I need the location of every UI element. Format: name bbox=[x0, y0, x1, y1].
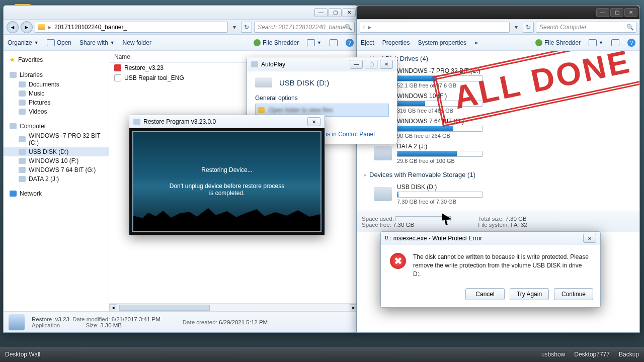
forward-button[interactable]: ► bbox=[21, 21, 33, 33]
sidebar: ★Favorites Libraries Documents Music Pic… bbox=[4, 51, 109, 311]
status-bar: Restore_v3.23 Date modified: 6/21/2017 3… bbox=[4, 311, 358, 332]
eject-button[interactable]: Eject bbox=[361, 39, 374, 46]
computer-icon bbox=[10, 123, 17, 129]
share-button[interactable]: Share with ▼ bbox=[79, 39, 115, 46]
sidebar-item-documents[interactable]: Documents bbox=[4, 80, 109, 89]
restore-titlebar[interactable]: Restore Program v3.23.0.0 ✕ bbox=[129, 115, 325, 128]
address-dropdown[interactable]: ▾ bbox=[512, 24, 521, 31]
autoplay-icon bbox=[251, 61, 258, 67]
search-input[interactable]: Search 20171128102240_banner_ 🔍 bbox=[254, 22, 355, 33]
system-properties-button[interactable]: System properties bbox=[418, 39, 466, 46]
write-protect-error-dialog: !/ : msiexec.exe - Write Protect Error ✕… bbox=[380, 231, 601, 308]
pdf-icon bbox=[114, 64, 121, 71]
scroll-thumb[interactable] bbox=[119, 305, 210, 311]
file-shredder-button[interactable]: File Shredder bbox=[535, 39, 581, 46]
address-bar: r▸ ▾ ↻ Search Computer 🔍 bbox=[357, 20, 639, 35]
taskbar-item[interactable]: Backup bbox=[619, 351, 639, 358]
try-again-button[interactable]: Try Again bbox=[510, 288, 549, 300]
app-icon bbox=[9, 314, 25, 330]
titlebar[interactable]: — ▢ ✕ bbox=[357, 6, 639, 20]
toolbar: Eject Properties System properties » Fil… bbox=[357, 35, 639, 51]
minimize-button[interactable]: — bbox=[596, 8, 609, 17]
sidebar-drive-f[interactable]: WINDOWS 10 (F:) bbox=[4, 156, 109, 165]
sidebar-item-music[interactable]: Music bbox=[4, 89, 109, 98]
open-button[interactable]: Open bbox=[47, 39, 71, 46]
back-button[interactable]: ◄ bbox=[7, 21, 19, 33]
close-button[interactable]: ✕ bbox=[624, 8, 637, 17]
drive-item[interactable]: WINDOWS 10 (F:) 316 GB free of 468 GB bbox=[364, 90, 632, 116]
restore-program-window: Restore Program v3.23.0.0 ✕ Restoring De… bbox=[129, 115, 325, 235]
sidebar-drive-g[interactable]: WINDOWS 7 64 BIT (G:) bbox=[4, 165, 109, 174]
preview-pane-button[interactable] bbox=[611, 39, 619, 46]
usage-bar bbox=[397, 126, 482, 132]
search-icon: 🔍 bbox=[626, 24, 634, 31]
continue-button[interactable]: Continue bbox=[554, 288, 593, 300]
more-button[interactable]: » bbox=[474, 39, 478, 46]
autoplay-titlebar[interactable]: AutoPlay — ▢ ✕ bbox=[247, 57, 397, 71]
drive-item[interactable]: WINDOWS 7 64 BIT (G:) 90 GB free of 264 … bbox=[364, 116, 632, 141]
taskbar-item[interactable]: Desktop7777 bbox=[574, 351, 610, 358]
refresh-button[interactable]: ↻ bbox=[523, 22, 534, 33]
close-button[interactable]: ✕ bbox=[380, 60, 393, 69]
drive-item[interactable]: WINDOWS -7 PRO 32 BIT (C:) 52.1 GB free … bbox=[364, 65, 632, 90]
usb-label: USB DISK (D:) bbox=[279, 78, 329, 87]
close-button[interactable]: ✕ bbox=[583, 234, 596, 243]
sidebar-drive-d[interactable]: USB DISK (D:) bbox=[4, 147, 109, 156]
status-bar: Space used: Space free: 7.30 GB Total si… bbox=[357, 211, 639, 232]
restore-status: Restoring Device... bbox=[201, 166, 252, 173]
view-button[interactable]: ▼ bbox=[589, 39, 603, 46]
usage-bar bbox=[397, 151, 482, 157]
drive-item[interactable]: USB DISK (D:) 7.30 GB free of 7.30 GB bbox=[364, 182, 632, 207]
cancel-button[interactable]: Cancel bbox=[465, 288, 505, 300]
address-field[interactable]: ▸ 20171128102240_banner_ bbox=[35, 22, 228, 33]
search-input[interactable]: Search Computer 🔍 bbox=[536, 22, 636, 33]
favorites-header[interactable]: ★Favorites bbox=[4, 55, 109, 65]
hard-drives-header[interactable]: ▹Hard Disk Drives (4) bbox=[364, 55, 632, 62]
libraries-header[interactable]: Libraries bbox=[4, 70, 109, 80]
sidebar-drive-c[interactable]: WINDOWS -7 PRO 32 BIT (C:) bbox=[4, 131, 109, 147]
preview-pane-button[interactable] bbox=[330, 39, 338, 46]
error-icon: ✖ bbox=[390, 253, 406, 269]
organize-button[interactable]: Organize ▼ bbox=[8, 39, 39, 46]
drive-item[interactable]: DATA 2 (J:) 29.6 GB free of 100 GB bbox=[364, 141, 632, 166]
computer-header[interactable]: Computer bbox=[4, 121, 109, 131]
restore-screen: Restoring Device... Don't unplug device … bbox=[132, 131, 321, 232]
view-button[interactable]: ▼ bbox=[307, 39, 321, 46]
sidebar-item-pictures[interactable]: Pictures bbox=[4, 98, 109, 107]
path-text: 20171128102240_banner_ bbox=[54, 24, 127, 31]
close-button[interactable]: ✕ bbox=[307, 117, 320, 126]
properties-button[interactable]: Properties bbox=[382, 39, 410, 46]
open-icon bbox=[47, 39, 55, 46]
new-folder-button[interactable]: New folder bbox=[123, 39, 151, 46]
network-header[interactable]: Network bbox=[4, 189, 109, 199]
sidebar-drive-j[interactable]: DATA 2 (J:) bbox=[4, 174, 109, 184]
maximize-button[interactable]: ▢ bbox=[329, 8, 342, 17]
general-options-label: General options bbox=[255, 95, 389, 102]
horizontal-scrollbar[interactable]: ◄ ► bbox=[109, 303, 358, 311]
network-icon bbox=[10, 191, 17, 197]
scroll-left-button[interactable]: ◄ bbox=[109, 304, 117, 311]
usage-bar bbox=[397, 101, 482, 107]
close-button[interactable]: ✕ bbox=[343, 8, 356, 17]
shredder-icon bbox=[535, 39, 542, 46]
address-field[interactable]: r▸ bbox=[360, 22, 510, 33]
address-dropdown[interactable]: ▾ bbox=[230, 24, 239, 31]
taskbar[interactable]: Desktop Wall usbshow Desktop7777 Backup bbox=[0, 347, 644, 362]
help-icon[interactable]: ? bbox=[346, 39, 354, 47]
refresh-button[interactable]: ↻ bbox=[241, 22, 252, 33]
search-icon: 🔍 bbox=[345, 24, 352, 31]
usage-bar bbox=[397, 75, 482, 81]
sidebar-item-videos[interactable]: Videos bbox=[4, 107, 109, 116]
error-titlebar[interactable]: !/ : msiexec.exe - Write Protect Error ✕ bbox=[381, 232, 600, 245]
taskbar-item[interactable]: usbshow bbox=[541, 351, 565, 358]
help-icon[interactable]: ? bbox=[627, 39, 635, 47]
titlebar[interactable]: — ▢ ✕ bbox=[4, 6, 358, 20]
minimize-button[interactable]: — bbox=[314, 8, 328, 17]
maximize-button[interactable]: ▢ bbox=[610, 8, 623, 17]
minimize-button[interactable]: — bbox=[350, 60, 363, 69]
file-shredder-button[interactable]: File Shredder bbox=[254, 39, 299, 46]
usb-icon bbox=[255, 77, 272, 87]
removable-header[interactable]: ▹Devices with Removable Storage (1) bbox=[364, 171, 632, 178]
restore-icon bbox=[133, 119, 140, 125]
library-icon bbox=[10, 72, 17, 78]
